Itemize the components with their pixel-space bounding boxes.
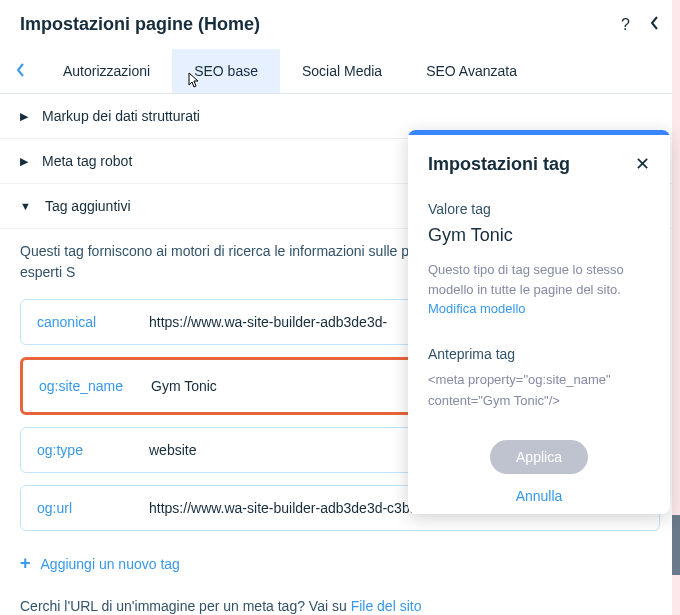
tag-value: https://www.wa-site-builder-adb3de3d-c3b…	[149, 500, 417, 516]
modify-template-link[interactable]: Modifica modello	[428, 301, 650, 316]
panel-header: Impostazioni pagine (Home) ?	[0, 0, 680, 49]
plus-icon: +	[20, 553, 31, 574]
tag-name: og:url	[37, 500, 129, 516]
chevron-right-icon: ▶	[20, 110, 28, 123]
field-note: Questo tipo di tag segue lo stesso model…	[428, 260, 650, 299]
help-icon[interactable]: ?	[621, 16, 630, 34]
collapse-icon[interactable]	[650, 15, 660, 34]
footer-hint: Cerchi l'URL di un'immagine per un meta …	[0, 582, 680, 614]
add-new-tag-button[interactable]: + Aggiungi un nuovo tag	[20, 545, 660, 582]
tab-seo-avanzata[interactable]: SEO Avanzata	[404, 49, 539, 93]
tag-name: og:type	[37, 442, 129, 458]
tag-value: website	[149, 442, 196, 458]
preview-label: Anteprima tag	[428, 346, 650, 362]
site-files-link[interactable]: File del sito	[351, 598, 422, 614]
cursor-icon	[186, 71, 202, 94]
page-title: Impostazioni pagine (Home)	[20, 14, 621, 35]
thumbnail-hint	[672, 515, 680, 575]
tag-value: Gym Tonic	[151, 378, 217, 394]
popover-body: Valore tag Gym Tonic Questo tipo di tag …	[408, 193, 670, 326]
preview-code: <meta property="og:site_name" content="G…	[428, 370, 650, 412]
popover-title: Impostazioni tag	[428, 154, 635, 175]
tag-value: https://www.wa-site-builder-adb3de3d-	[149, 314, 387, 330]
field-label-value: Valore tag	[428, 201, 650, 217]
close-icon[interactable]: ✕	[635, 153, 650, 175]
chevron-right-icon: ▶	[20, 155, 28, 168]
apply-button[interactable]: Applica	[490, 440, 588, 474]
tab-social-media[interactable]: Social Media	[280, 49, 404, 93]
tag-settings-popover: Impostazioni tag ✕ Valore tag Gym Tonic …	[408, 130, 670, 514]
add-tag-label: Aggiungi un nuovo tag	[41, 556, 180, 572]
header-actions: ?	[621, 15, 660, 34]
tag-name: og:site_name	[39, 378, 131, 394]
chevron-down-icon: ▼	[20, 200, 31, 212]
accordion-label: Meta tag robot	[42, 153, 132, 169]
tab-seo-base[interactable]: SEO base	[172, 49, 280, 93]
tag-name: canonical	[37, 314, 129, 330]
footer-text: Cerchi l'URL di un'immagine per un meta …	[20, 598, 351, 614]
field-value: Gym Tonic	[428, 225, 650, 246]
tab-scroll-left-icon[interactable]	[0, 63, 41, 80]
popover-header: Impostazioni tag ✕	[408, 135, 670, 193]
cancel-link[interactable]: Annulla	[428, 488, 650, 504]
tab-label: SEO base	[194, 63, 258, 79]
preview-section: Anteprima tag <meta property="og:site_na…	[408, 326, 670, 412]
accordion-label: Markup dei dati strutturati	[42, 108, 200, 124]
popover-actions: Applica Annulla	[408, 412, 670, 514]
tab-autorizzazioni[interactable]: Autorizzazioni	[41, 49, 172, 93]
accordion-label: Tag aggiuntivi	[45, 198, 131, 214]
tab-bar: Autorizzazioni SEO base Social Media SEO…	[0, 49, 680, 94]
